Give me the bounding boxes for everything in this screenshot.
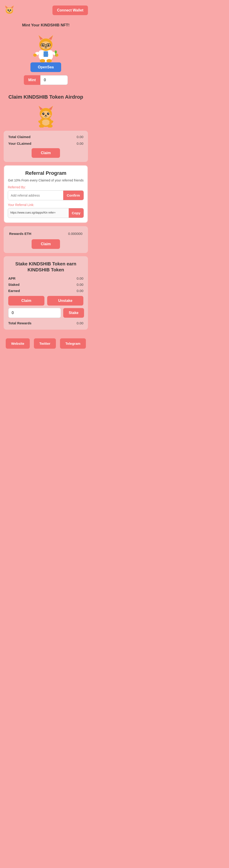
airdrop-section: Claim KINDSHIB Token Airdrop bbox=[0, 89, 91, 128]
referred-by-label: Referred By: bbox=[8, 185, 84, 189]
stake-amount-input[interactable] bbox=[8, 308, 61, 318]
svg-point-57 bbox=[45, 115, 47, 116]
staked-row: Staked 0.00 bbox=[8, 283, 83, 286]
svg-point-37 bbox=[48, 44, 49, 45]
svg-point-36 bbox=[43, 44, 43, 45]
website-button[interactable]: Website bbox=[6, 338, 30, 349]
svg-point-39 bbox=[41, 46, 43, 48]
svg-point-55 bbox=[43, 113, 44, 114]
opensea-button[interactable]: OpenSea bbox=[31, 62, 61, 72]
referral-description: Get 10% From every Claimed of your refer… bbox=[8, 179, 84, 182]
svg-point-35 bbox=[48, 44, 49, 46]
airdrop-title: Claim KINDSHIB Token Airdrop bbox=[4, 94, 88, 100]
total-claimed-label: Total Claimed bbox=[8, 135, 31, 139]
claim-rewards-button[interactable]: Claim bbox=[32, 239, 60, 249]
total-rewards-label: Total Rewards bbox=[8, 321, 31, 325]
airdrop-character-image bbox=[33, 102, 59, 128]
rewards-eth-row: Rewards ETH 0.000000 bbox=[8, 230, 83, 237]
stake-card: Stake KINDSHIB Token earn KINDSHIB Token… bbox=[4, 256, 88, 330]
mint-quantity-input[interactable] bbox=[40, 75, 68, 85]
mint-title: Mint Your KINDSHIB NFT! bbox=[4, 23, 88, 28]
referral-input-row: Confirm bbox=[8, 190, 84, 200]
referral-link-row: https://www.cues.sg/dapps/Kin refer= Cop… bbox=[8, 208, 84, 218]
total-claimed-row: Total Claimed 0.00 bbox=[8, 135, 83, 139]
unstake-button[interactable]: Unstake bbox=[47, 296, 83, 306]
claim-airdrop-button[interactable]: Claim bbox=[32, 148, 60, 158]
referral-link-text: https://www.cues.sg/dapps/Kin refer= bbox=[8, 208, 69, 218]
referral-card: Referral Program Get 10% From every Clai… bbox=[4, 165, 88, 223]
earned-row: Earned 0.00 bbox=[8, 289, 83, 293]
earned-value: 0.00 bbox=[77, 289, 83, 293]
svg-point-7 bbox=[7, 9, 9, 11]
connect-wallet-button[interactable]: Connect Wallet bbox=[52, 5, 88, 15]
total-rewards-value: 0.00 bbox=[77, 321, 83, 325]
svg-point-54 bbox=[47, 113, 49, 115]
stake-claim-button[interactable]: Claim bbox=[8, 296, 44, 306]
svg-rect-16 bbox=[43, 51, 48, 57]
total-rewards-row: Total Rewards 0.00 bbox=[8, 321, 83, 325]
rewards-eth-value: 0.000000 bbox=[68, 232, 82, 236]
referral-title: Referral Program bbox=[8, 170, 84, 176]
mint-row: Mint bbox=[4, 75, 88, 85]
rewards-section: Rewards ETH 0.000000 Claim bbox=[4, 226, 88, 253]
telegram-button[interactable]: Telegram bbox=[60, 338, 86, 349]
svg-point-8 bbox=[10, 9, 11, 11]
svg-point-40 bbox=[49, 46, 51, 48]
earned-label: Earned bbox=[8, 289, 20, 293]
svg-point-10 bbox=[10, 10, 11, 10]
header: Connect Wallet bbox=[0, 0, 91, 21]
svg-point-9 bbox=[8, 10, 9, 10]
svg-point-11 bbox=[9, 11, 10, 12]
your-referral-link-label: Your Referral Link: bbox=[8, 203, 84, 207]
referral-address-input[interactable] bbox=[8, 191, 63, 200]
your-claimed-value: 0.00 bbox=[77, 142, 83, 146]
svg-point-38 bbox=[45, 46, 47, 48]
svg-point-2 bbox=[6, 7, 12, 12]
svg-point-58 bbox=[41, 115, 43, 116]
your-claimed-label: Your CLaimed bbox=[8, 142, 31, 146]
stake-actions-row: Claim Unstake bbox=[8, 296, 83, 306]
svg-point-53 bbox=[42, 113, 45, 115]
apr-label: APR bbox=[8, 276, 15, 280]
svg-point-59 bbox=[49, 115, 51, 116]
svg-point-34 bbox=[42, 44, 44, 46]
staked-label: Staked bbox=[8, 283, 20, 286]
apr-row: APR 0.00 bbox=[8, 276, 83, 280]
stake-button[interactable]: Stake bbox=[63, 308, 84, 318]
your-claimed-row: Your CLaimed 0.00 bbox=[8, 142, 83, 146]
copy-link-button[interactable]: Copy bbox=[69, 208, 84, 218]
mint-section: Mint Your KINDSHIB NFT! bbox=[0, 21, 91, 89]
svg-point-56 bbox=[48, 113, 49, 114]
confirm-referral-button[interactable]: Confirm bbox=[63, 191, 84, 200]
footer: Website Twitter Telegram bbox=[0, 334, 91, 353]
stats-card: Total Claimed 0.00 Your CLaimed 0.00 Cla… bbox=[4, 131, 88, 162]
logo bbox=[4, 4, 15, 17]
staked-value: 0.00 bbox=[77, 283, 83, 286]
svg-point-22 bbox=[55, 51, 57, 54]
svg-point-19 bbox=[33, 54, 37, 57]
total-claimed-value: 0.00 bbox=[77, 135, 83, 139]
stake-input-row: Stake bbox=[8, 308, 83, 318]
mint-button[interactable]: Mint bbox=[24, 75, 41, 85]
nft-character-image bbox=[31, 30, 61, 62]
stake-title: Stake KINDSHIB Token earn KINDSHIB Token bbox=[8, 261, 83, 273]
apr-value: 0.00 bbox=[77, 276, 83, 280]
twitter-button[interactable]: Twitter bbox=[34, 338, 56, 349]
rewards-eth-label: Rewards ETH bbox=[9, 232, 31, 236]
